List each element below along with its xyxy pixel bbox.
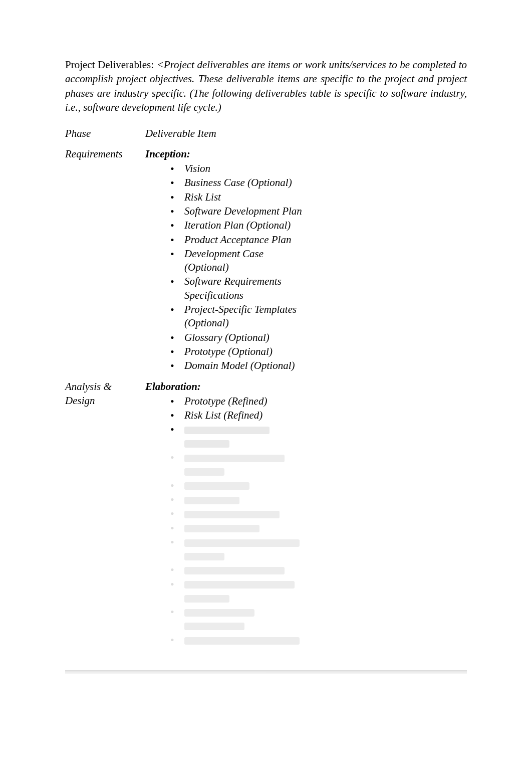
intro-paragraph: Project Deliverables: <Project deliverab… — [65, 58, 467, 114]
list-item: Software Requirements Specifications — [170, 275, 306, 302]
list-item-redacted — [170, 605, 306, 633]
list-item: Risk List (Refined) — [170, 409, 306, 422]
list-item: Product Acceptance Plan — [170, 233, 306, 247]
list-item: Risk List — [170, 190, 306, 204]
redacted-text — [184, 539, 300, 547]
redacted-text — [184, 511, 280, 518]
redacted-text — [184, 553, 224, 560]
page-divider — [65, 670, 467, 674]
list-item-redacted — [170, 493, 306, 506]
list-item: Software Development Plan — [170, 205, 306, 218]
redacted-text — [184, 581, 295, 589]
list-item: Development Case (Optional) — [170, 247, 306, 275]
redacted-text — [184, 609, 254, 617]
redacted-text — [184, 440, 229, 448]
redacted-text — [184, 482, 249, 490]
list-item-redacted — [170, 563, 306, 576]
intro-label: Project Deliverables: — [65, 59, 157, 71]
redacted-text — [184, 497, 239, 504]
redacted-text — [184, 637, 300, 645]
list-item: Glossary (Optional) — [170, 331, 306, 344]
list-item-redacted — [170, 577, 306, 605]
deliverables-table: Phase Deliverable Item RequirementsIncep… — [65, 123, 311, 650]
item-cell: Inception:VisionBusiness Case (Optional)… — [145, 144, 311, 376]
list-item-redacted — [170, 633, 306, 647]
table-row: RequirementsInception:VisionBusiness Cas… — [65, 144, 311, 376]
list-item: Prototype (Optional) — [170, 345, 306, 358]
list-item: Project-Specific Templates (Optional) — [170, 303, 306, 330]
list-item: Prototype (Refined) — [170, 395, 306, 408]
redacted-text — [184, 427, 270, 434]
redacted-text — [184, 567, 285, 574]
list-item-redacted — [170, 521, 306, 535]
list-item-redacted — [170, 479, 306, 492]
list-item-redacted — [170, 507, 306, 520]
redacted-text — [184, 525, 259, 532]
redacted-text — [184, 468, 224, 476]
redacted-text — [184, 623, 244, 630]
list-item-redacted — [170, 451, 306, 478]
list-item: Vision — [170, 162, 306, 175]
item-cell: Elaboration:Prototype (Refined)Risk List… — [145, 376, 311, 651]
redacted-text — [184, 455, 285, 462]
redacted-text — [184, 595, 229, 603]
phase-cell: Requirements — [65, 144, 145, 376]
phase-cell: Analysis & Design — [65, 376, 145, 651]
list-item: Iteration Plan (Optional) — [170, 219, 306, 232]
bullet-list: VisionBusiness Case (Optional)Risk ListS… — [145, 162, 306, 372]
section-title: Inception: — [145, 147, 306, 161]
list-item-redacted — [170, 535, 306, 563]
section-title: Elaboration: — [145, 379, 306, 394]
bullet-list: Prototype (Refined)Risk List (Refined) — [145, 395, 306, 647]
header-phase: Phase — [65, 123, 145, 143]
list-item: Domain Model (Optional) — [170, 359, 306, 372]
header-item: Deliverable Item — [145, 123, 311, 143]
list-item: Business Case (Optional) — [170, 176, 306, 189]
table-row: Analysis & DesignElaboration:Prototype (… — [65, 376, 311, 651]
list-item-redacted — [170, 423, 306, 450]
